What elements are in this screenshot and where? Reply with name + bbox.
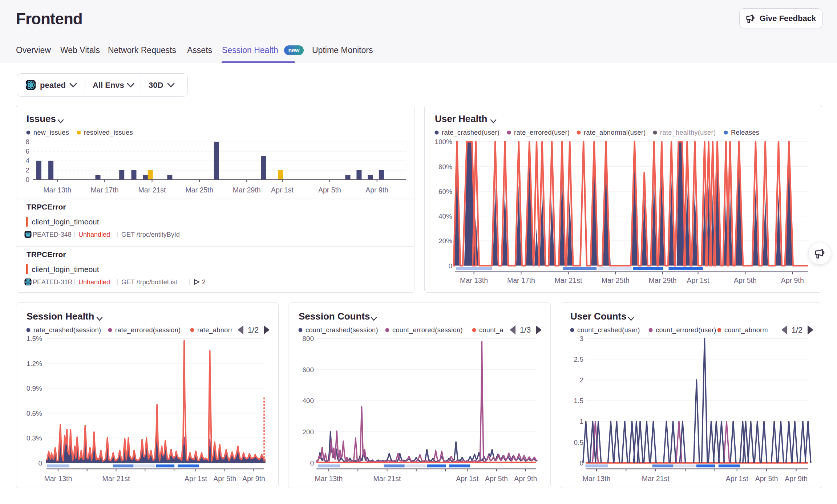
svg-text:Apr 1st: Apr 1st [726,475,748,483]
svg-text:Mar 17th: Mar 17th [91,186,119,194]
svg-text:count_errored(session): count_errored(session) [392,326,463,334]
svg-text:0: 0 [38,459,42,467]
svg-text:Mar 13th: Mar 13th [460,276,488,284]
svg-text:Apr 1st: Apr 1st [271,186,294,194]
svg-text:PEATED-348: PEATED-348 [33,231,72,238]
svg-text:0.6%: 0.6% [27,410,42,417]
svg-text:Mar 13th: Mar 13th [315,475,343,483]
svg-text:Apr 1st: Apr 1st [687,276,709,284]
svg-text:0: 0 [310,459,314,467]
svg-text:rate_abnorr: rate_abnorr [197,326,232,334]
svg-text:Apr 5th: Apr 5th [318,186,341,194]
svg-text:60%: 60% [438,188,452,195]
svg-text:count_crashed(session): count_crashed(session) [306,326,378,334]
svg-text:Issues: Issues [27,113,56,124]
svg-text:100%: 100% [434,138,452,146]
svg-text:rate_errored(user): rate_errored(user) [514,129,570,137]
svg-text:200: 200 [302,428,314,436]
svg-text:Session Health: Session Health [27,311,94,322]
svg-text:1/3: 1/3 [520,325,531,334]
svg-text:rate_healthy(user): rate_healthy(user) [660,129,716,137]
svg-text:Mar 13th: Mar 13th [43,186,71,194]
svg-text:Mar 21st: Mar 21st [373,475,401,483]
svg-text:20%: 20% [438,237,452,245]
svg-text:Mar 25th: Mar 25th [185,186,213,194]
svg-text:Mar 13th: Mar 13th [44,475,72,483]
svg-text:GET /trpc/bottleList: GET /trpc/bottleList [121,279,177,286]
svg-text:resolved_issues: resolved_issues [84,129,133,137]
svg-text:Mar 21st: Mar 21st [102,475,130,483]
svg-text:3: 3 [579,335,583,342]
svg-text:Mar 21st: Mar 21st [554,276,582,284]
svg-text:2: 2 [25,166,29,174]
svg-text:1.5: 1.5 [574,397,583,405]
svg-text:4: 4 [25,157,29,164]
svg-text:client_login_timeout: client_login_timeout [32,218,99,226]
svg-text:Mar 13th: Mar 13th [582,475,610,483]
svg-text:PEATED-31R: PEATED-31R [33,279,73,286]
svg-text:1/2: 1/2 [248,325,259,334]
svg-text:count_crashed(user): count_crashed(user) [577,326,640,334]
svg-text:new_issues: new_issues [33,129,69,137]
svg-text:count_errored(user): count_errored(user) [656,326,716,334]
svg-text:Session Counts: Session Counts [299,311,370,322]
svg-text:Apr 9th: Apr 9th [785,475,808,483]
svg-text:rate_abnormal(user): rate_abnormal(user) [584,129,646,137]
svg-text:1.2%: 1.2% [27,360,42,367]
svg-text:Releases: Releases [731,129,759,136]
svg-text:0: 0 [448,262,452,270]
svg-text:User Counts: User Counts [570,311,627,322]
svg-text:0.3%: 0.3% [27,434,42,442]
svg-text:TRPCError: TRPCError [27,203,66,211]
svg-text:Apr 9th: Apr 9th [514,475,537,483]
svg-text:Apr 1st: Apr 1st [456,475,478,483]
svg-text:Apr 5th: Apr 5th [755,475,778,483]
svg-text:400: 400 [302,397,314,405]
svg-text:peated: peated [40,81,66,90]
svg-text:6: 6 [25,147,29,155]
svg-text:800: 800 [302,335,314,342]
svg-text:Unhandled: Unhandled [78,231,110,238]
svg-text:rate_errored(session): rate_errored(session) [115,326,181,334]
svg-text:count_abnorm: count_abnorm [724,326,768,334]
svg-text:Mar 21st: Mar 21st [642,475,670,483]
svg-text:Apr 1st: Apr 1st [185,475,207,483]
svg-text:Mar 21st: Mar 21st [138,186,166,194]
svg-text:Mar 29th: Mar 29th [649,276,677,284]
svg-text:2: 2 [579,376,583,384]
svg-text:Unhandled: Unhandled [78,279,110,286]
svg-text:Mar 17th: Mar 17th [507,276,535,284]
svg-text:Mar 29th: Mar 29th [233,186,261,194]
svg-text:0.5: 0.5 [574,439,583,446]
svg-text:40%: 40% [438,212,452,220]
svg-text:8: 8 [25,138,29,146]
svg-text:All Envs: All Envs [93,81,124,90]
svg-text:Apr 9th: Apr 9th [365,186,388,194]
svg-text:rate_crashed(user): rate_crashed(user) [442,129,500,137]
svg-text:0.9%: 0.9% [27,385,42,392]
svg-text:2.5: 2.5 [574,355,583,363]
svg-text:1.5%: 1.5% [27,335,42,342]
svg-text:count_a: count_a [479,326,504,334]
svg-text:1/2: 1/2 [792,325,803,334]
svg-text:Apr 9th: Apr 9th [242,475,265,483]
svg-text:Mar 25th: Mar 25th [602,276,630,284]
svg-text:0: 0 [25,176,29,183]
svg-text:Apr 5th: Apr 5th [213,475,236,483]
svg-text:client_login_timeout: client_login_timeout [32,265,99,274]
svg-text:1: 1 [579,418,583,425]
svg-text:User Health: User Health [435,113,488,124]
svg-text:Apr 9th: Apr 9th [781,276,804,284]
svg-text:30D: 30D [149,81,163,90]
svg-text:80%: 80% [438,163,452,171]
svg-text:GET /trpc/entityById: GET /trpc/entityById [121,231,180,238]
svg-text:rate_crashed(session): rate_crashed(session) [33,326,101,334]
svg-text:TRPCError: TRPCError [27,250,66,259]
svg-text:2: 2 [202,279,206,286]
svg-text:600: 600 [302,366,314,374]
svg-text:Apr 5th: Apr 5th [734,276,757,284]
svg-text:Apr 5th: Apr 5th [485,475,508,483]
